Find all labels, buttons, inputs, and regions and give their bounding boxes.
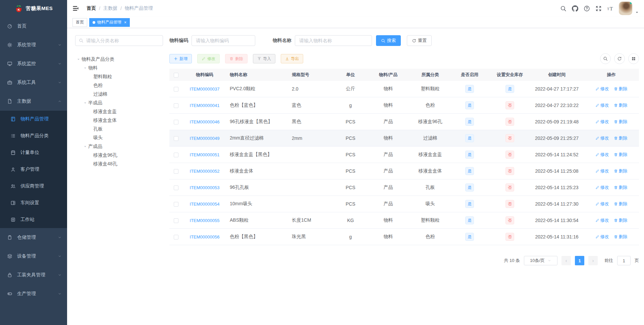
tree-node[interactable]: 物料 — [75, 64, 163, 72]
material-name-input[interactable] — [295, 35, 372, 46]
column-settings-button[interactable] — [628, 53, 639, 64]
sidebar-item[interactable]: 工装夹具管理 — [0, 266, 67, 284]
sidebar-subitem[interactable]: 供应商管理 — [0, 178, 67, 195]
material-code-input[interactable] — [192, 35, 255, 46]
export-button[interactable]: 导出 — [281, 54, 303, 63]
import-button[interactable]: 导入 — [253, 54, 275, 63]
add-button[interactable]: 新增 — [169, 54, 192, 63]
search-icon[interactable] — [560, 5, 567, 12]
item-code-link[interactable]: ITEM00000037 — [190, 87, 220, 92]
row-edit-link[interactable]: 修改 — [595, 86, 609, 92]
row-delete-link[interactable]: 删除 — [614, 152, 628, 158]
tree-node[interactable]: 半成品 — [75, 99, 163, 107]
sidebar-subitem[interactable]: 客户管理 — [0, 161, 67, 178]
user-menu[interactable] — [619, 2, 639, 15]
sidebar-subitem[interactable]: 物料产品管理 — [0, 111, 67, 127]
row-checkbox[interactable] — [174, 120, 178, 124]
search-button[interactable]: 搜索 — [376, 35, 401, 46]
row-checkbox[interactable] — [174, 202, 178, 207]
prev-page-button[interactable]: ‹ — [561, 256, 571, 265]
row-checkbox[interactable] — [174, 153, 178, 157]
font-size-icon[interactable]: TT — [607, 5, 613, 12]
tree-node[interactable]: 产成品 — [75, 142, 163, 151]
row-checkbox[interactable] — [174, 87, 178, 92]
row-edit-link[interactable]: 修改 — [595, 201, 609, 207]
question-icon[interactable] — [584, 5, 590, 12]
sidebar-item[interactable]: 设备管理 — [0, 247, 67, 266]
sidebar-item[interactable]: 首页 — [0, 17, 67, 36]
item-code-link[interactable]: ITEM00000049 — [190, 136, 220, 141]
tree-search-input[interactable] — [86, 38, 159, 43]
row-delete-link[interactable]: 删除 — [614, 119, 628, 125]
row-edit-link[interactable]: 修改 — [595, 135, 609, 141]
row-edit-link[interactable]: 修改 — [595, 168, 609, 174]
refresh-table-button[interactable] — [614, 53, 625, 64]
row-delete-link[interactable]: 删除 — [614, 217, 628, 223]
tree-node[interactable]: 塑料颗粒 — [75, 72, 163, 81]
row-checkbox[interactable] — [174, 235, 178, 239]
row-edit-link[interactable]: 修改 — [595, 119, 609, 125]
row-delete-link[interactable]: 删除 — [614, 201, 628, 207]
github-icon[interactable] — [572, 5, 578, 12]
close-icon[interactable]: × — [124, 20, 126, 24]
sidebar-item[interactable]: 生产管理 — [0, 284, 67, 303]
sidebar-item[interactable]: 系统管理 — [0, 36, 67, 54]
item-code-link[interactable]: ITEM00000051 — [190, 152, 220, 157]
avatar[interactable] — [619, 2, 632, 15]
row-edit-link[interactable]: 修改 — [595, 217, 609, 223]
current-page-button[interactable]: 1 — [575, 256, 584, 265]
row-delete-link[interactable]: 删除 — [614, 168, 628, 174]
goto-page-input[interactable] — [617, 256, 631, 265]
row-delete-link[interactable]: 删除 — [614, 86, 628, 92]
tree-node[interactable]: 移液盒96孔 — [75, 151, 163, 160]
breadcrumb-item[interactable]: 首页 — [87, 5, 96, 11]
page-size-select[interactable]: 10条/页 — [524, 256, 557, 265]
hamburger-icon[interactable] — [72, 5, 80, 12]
tree-node[interactable]: 吸头 — [75, 133, 163, 142]
tree-node[interactable]: 色粉 — [75, 81, 163, 90]
tree-node[interactable]: 移液盒盒盖 — [75, 107, 163, 116]
edit-button[interactable]: 修改 — [197, 54, 220, 63]
row-checkbox[interactable] — [174, 103, 178, 108]
item-code-link[interactable]: ITEM00000055 — [190, 218, 220, 223]
sidebar-item[interactable]: 主数据 — [0, 92, 67, 111]
sidebar-item[interactable]: 系统监控 — [0, 54, 67, 73]
fullscreen-icon[interactable] — [595, 5, 602, 12]
item-code-link[interactable]: ITEM00000052 — [190, 169, 220, 174]
item-code-link[interactable]: ITEM00000056 — [190, 234, 220, 239]
sidebar-subitem[interactable]: 物料产品分类 — [0, 127, 67, 144]
row-checkbox[interactable] — [174, 169, 178, 174]
breadcrumb-item[interactable]: 主数据 — [103, 5, 117, 11]
item-code-link[interactable]: ITEM00000054 — [190, 202, 220, 207]
tree-node[interactable]: 孔板 — [75, 125, 163, 133]
row-delete-link[interactable]: 删除 — [614, 135, 628, 141]
sidebar-subitem[interactable]: 车间设置 — [0, 195, 67, 211]
tree-node[interactable]: 移液盒48孔 — [75, 160, 163, 168]
row-checkbox[interactable] — [174, 185, 178, 190]
next-page-button[interactable]: › — [588, 256, 598, 265]
tab-item[interactable]: 首页 — [72, 18, 87, 27]
row-edit-link[interactable]: 修改 — [595, 102, 609, 108]
tree-node[interactable]: 移液盒盒体 — [75, 116, 163, 125]
row-edit-link[interactable]: 修改 — [595, 234, 609, 240]
select-all-checkbox[interactable] — [174, 73, 178, 77]
row-edit-link[interactable]: 修改 — [595, 184, 609, 191]
item-code-link[interactable]: ITEM00000041 — [190, 103, 220, 108]
item-code-link[interactable]: ITEM00000046 — [190, 119, 220, 124]
sidebar-subitem[interactable]: 计量单位 — [0, 144, 67, 161]
sidebar-item[interactable]: 仓储管理 — [0, 228, 67, 247]
sidebar-item[interactable]: 系统工具 — [0, 73, 67, 92]
row-checkbox[interactable] — [174, 136, 178, 141]
row-checkbox[interactable] — [174, 218, 178, 223]
row-edit-link[interactable]: 修改 — [595, 152, 609, 158]
reset-button[interactable]: 重置 — [407, 35, 432, 46]
row-delete-link[interactable]: 删除 — [614, 102, 628, 108]
item-code-link[interactable]: ITEM00000053 — [190, 185, 220, 190]
sidebar-subitem[interactable]: 工作站 — [0, 211, 67, 228]
row-delete-link[interactable]: 删除 — [614, 234, 628, 240]
delete-button[interactable]: 删除 — [225, 54, 248, 63]
tree-node[interactable]: 物料及产品分类 — [75, 55, 163, 64]
row-delete-link[interactable]: 删除 — [614, 184, 628, 191]
toggle-search-button[interactable] — [600, 53, 611, 64]
tree-node[interactable]: 过滤棉 — [75, 90, 163, 99]
